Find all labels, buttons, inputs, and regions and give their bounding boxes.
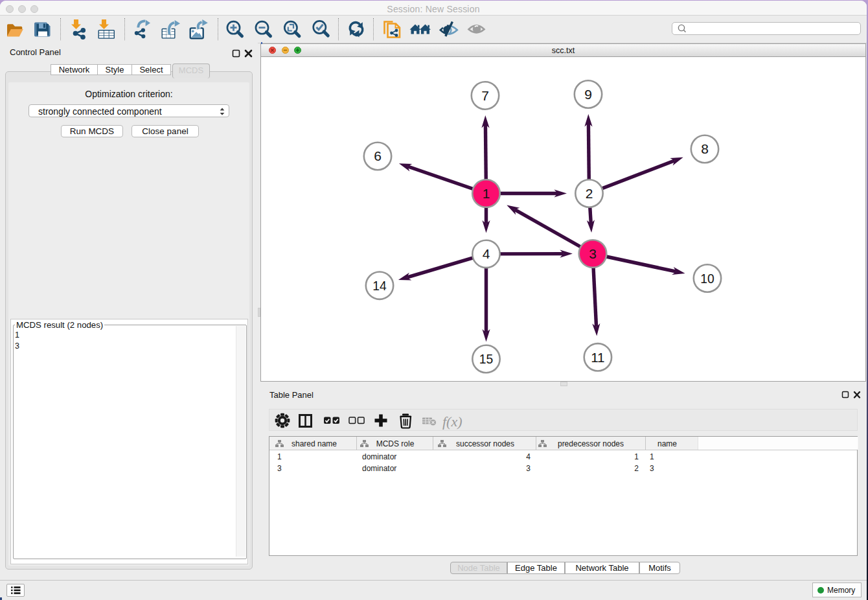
svg-text:9: 9 <box>584 87 592 102</box>
svg-text:10: 10 <box>700 271 714 286</box>
svg-text:8: 8 <box>701 141 709 156</box>
svg-text:f(x): f(x) <box>442 413 463 430</box>
svg-text:MCDS role: MCDS role <box>376 439 415 448</box>
svg-text:successor nodes: successor nodes <box>456 439 514 448</box>
svg-text:7: 7 <box>481 88 489 103</box>
svg-text:1: 1 <box>483 186 490 201</box>
svg-text:2: 2 <box>586 186 593 201</box>
svg-text:4: 4 <box>483 246 490 261</box>
svg-text:shared name: shared name <box>291 439 337 448</box>
svg-text:6: 6 <box>374 148 382 163</box>
svg-text:14: 14 <box>372 278 387 293</box>
svg-text:predecessor nodes: predecessor nodes <box>558 439 624 448</box>
svg-text:name: name <box>657 439 677 448</box>
svg-text:3: 3 <box>589 246 597 261</box>
svg-text:15: 15 <box>479 351 494 366</box>
svg-text:11: 11 <box>591 350 605 365</box>
